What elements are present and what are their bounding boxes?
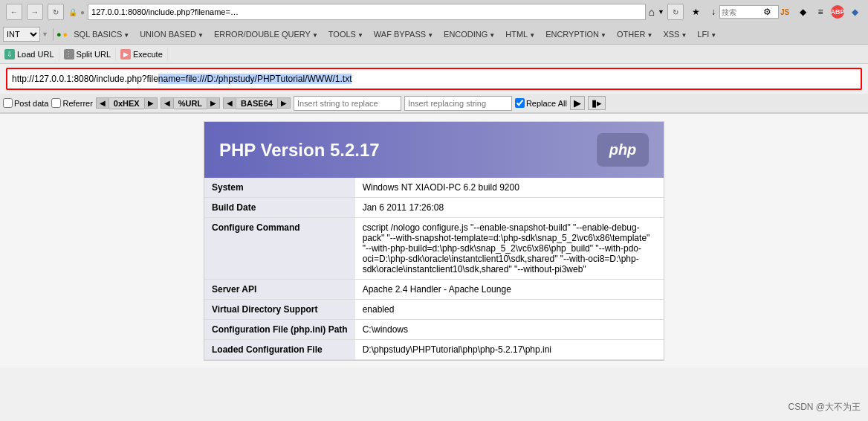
refresh-button[interactable]: ↻	[48, 4, 64, 20]
settings-icon[interactable]: ≡	[813, 4, 828, 19]
other-menu[interactable]: OTHER	[612, 28, 657, 40]
php-info-table: System Windows NT XIAODI-PC 6.2 build 92…	[204, 178, 664, 360]
row-value: D:\phpstudy\PHPTutorial\php\php-5.2.17\p…	[355, 340, 664, 360]
search-icon[interactable]	[742, 4, 757, 19]
split-url-label: Split URL	[77, 50, 111, 59]
table-row: Server API Apache 2.4 Handler - Apache L…	[204, 280, 664, 300]
hex-right-arrow[interactable]: ▶	[144, 97, 158, 109]
insert-string-input[interactable]	[294, 96, 401, 111]
dropdown-icon[interactable]: ▼	[658, 8, 664, 16]
row-value: enabled	[355, 300, 664, 320]
base64-encode-group: ◀ BASE64 ▶	[223, 97, 291, 109]
html-menu[interactable]: HTML	[501, 28, 540, 40]
int-select[interactable]: INT	[3, 27, 40, 42]
url-left-arrow[interactable]: ◀	[161, 97, 174, 109]
referrer-label: Referrer	[62, 99, 92, 108]
row-value: C:\windows	[355, 320, 664, 340]
base64-right-arrow[interactable]: ▶	[277, 97, 291, 109]
table-row: Loaded Configuration File D:\phpstudy\PH…	[204, 340, 664, 360]
back-button[interactable]: ←	[6, 4, 22, 20]
separator	[53, 28, 54, 40]
load-url-icon: ⇩	[4, 49, 15, 60]
orange-dot: ●	[63, 30, 68, 39]
row-label: Configuration File (php.ini) Path	[204, 320, 355, 340]
lfi-menu[interactable]: LFI	[693, 28, 721, 40]
split-url-item[interactable]: ⋮ Split URL	[59, 48, 116, 61]
row-label: System	[204, 178, 355, 198]
tools-icon[interactable]: ⚙	[760, 4, 774, 19]
row-value: Apache 2.4 Handler - Apache Lounge	[355, 280, 664, 300]
extension-icon[interactable]: ◆	[795, 4, 810, 19]
row-label: Build Date	[204, 198, 355, 218]
replace-all-checkbox[interactable]	[515, 98, 525, 108]
replace-all-check[interactable]: Replace All	[515, 98, 567, 108]
url-right-arrow[interactable]: ▶	[207, 97, 220, 109]
table-row: Configure Command cscript /nologo config…	[204, 218, 664, 280]
js-badge: JS	[777, 4, 792, 19]
security-icon: 🔒	[68, 8, 77, 16]
post-data-check[interactable]: Post data	[3, 98, 48, 108]
base64-label: BASE64	[236, 97, 277, 109]
referrer-checkbox[interactable]	[51, 98, 61, 108]
green-dot: ●	[56, 30, 62, 39]
row-label: Configure Command	[204, 218, 355, 280]
hex-label: 0xHEX	[109, 97, 144, 109]
split-url-icon: ⋮	[64, 49, 74, 60]
encryption-menu[interactable]: ENCRYPTION	[541, 28, 611, 40]
base64-left-arrow[interactable]: ◀	[223, 97, 236, 109]
error-double-query-menu[interactable]: ERROR/DOUBLE QUERY	[210, 28, 323, 40]
hex-left-arrow[interactable]: ◀	[96, 97, 109, 109]
abp-icon: ABP	[831, 5, 844, 19]
xss-menu[interactable]: XSS	[658, 28, 691, 40]
php-logo-text: php	[609, 141, 637, 158]
ext2-icon[interactable]: ◆	[847, 4, 862, 19]
waf-bypass-menu[interactable]: WAF BYPASS	[369, 28, 438, 40]
table-row: Configuration File (php.ini) Path C:\win…	[204, 320, 664, 340]
go-button[interactable]: ↻	[667, 4, 684, 20]
load-url-label: Load URL	[17, 50, 54, 59]
page-indicator: ●	[80, 8, 85, 16]
execute-icon: ▶	[120, 49, 131, 60]
encoding-menu[interactable]: ENCODING	[439, 28, 499, 40]
menu-bar: INT ▼ ● ● SQL BASICS UNION BASED ERROR/D…	[0, 24, 868, 45]
address-bar-input[interactable]	[88, 4, 646, 20]
url-label: %URL	[174, 97, 207, 109]
referrer-check[interactable]: Referrer	[51, 98, 92, 108]
row-label: Server API	[204, 280, 355, 300]
replace-go-btn[interactable]: ▮▸	[588, 96, 606, 110]
php-info-panel: PHP Version 5.2.17 php System Windows NT…	[204, 121, 664, 361]
replace-all-label: Replace All	[526, 99, 567, 108]
row-value: Windows NT XIAODI-PC 6.2 build 9200	[355, 178, 664, 198]
hex-encode-group: ◀ 0xHEX ▶	[96, 97, 158, 109]
union-based-menu[interactable]: UNION BASED	[135, 28, 208, 40]
main-content: PHP Version 5.2.17 php System Windows NT…	[0, 114, 868, 368]
load-url-item[interactable]: ⇩ Load URL	[0, 48, 59, 61]
row-value: cscript /nologo configure.js "--enable-s…	[355, 218, 664, 280]
download-icon[interactable]: ↓	[706, 4, 721, 19]
php-logo: php	[597, 133, 649, 167]
replace-arrow-btn[interactable]: ▶	[570, 96, 585, 110]
plugin-bar: ⇩ Load URL ⋮ Split URL ▶ Execute	[0, 45, 868, 64]
row-value: Jan 6 2011 17:26:08	[355, 198, 664, 218]
url-text: http://127.0.0.1:8080/include.php?filena…	[12, 74, 856, 84]
table-row: Virtual Directory Support enabled	[204, 300, 664, 320]
star-icon[interactable]: ★	[688, 4, 703, 19]
url-part-highlighted: name=file:///D:/phpstudy/PHPTutorial/WWW…	[158, 74, 352, 84]
tools-menu[interactable]: TOOLS	[324, 28, 368, 40]
encode-bar: Post data Referrer ◀ 0xHEX ▶ ◀ %URL ▶ ◀ …	[0, 94, 868, 113]
url-display-bar[interactable]: http://127.0.0.1:8080/include.php?filena…	[6, 68, 862, 90]
php-header: PHP Version 5.2.17 php	[204, 122, 664, 178]
sql-basics-menu[interactable]: SQL BASICS	[69, 28, 134, 40]
insert-replacing-input[interactable]	[404, 96, 512, 111]
forward-button[interactable]: →	[27, 4, 43, 20]
table-row: System Windows NT XIAODI-PC 6.2 build 92…	[204, 178, 664, 198]
post-data-label: Post data	[14, 99, 48, 108]
url-part1: http://127.0.0.1:8080/include.php?file	[12, 74, 158, 84]
table-row: Build Date Jan 6 2011 17:26:08	[204, 198, 664, 218]
row-label: Loaded Configuration File	[204, 340, 355, 360]
row-label: Virtual Directory Support	[204, 300, 355, 320]
execute-item[interactable]: ▶ Execute	[116, 48, 168, 61]
url-encode-group: ◀ %URL ▶	[161, 97, 220, 109]
post-data-checkbox[interactable]	[3, 98, 13, 108]
execute-label: Execute	[133, 50, 163, 59]
